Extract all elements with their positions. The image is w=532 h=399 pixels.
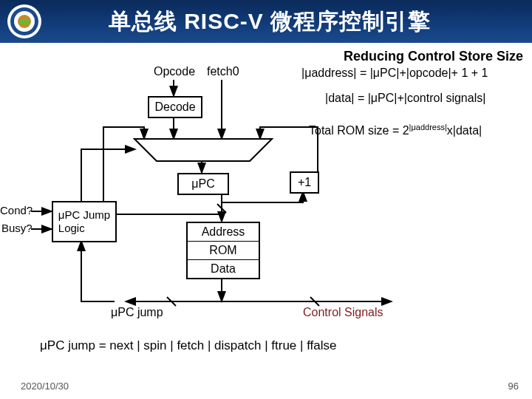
- block-plus1: +1: [290, 171, 319, 194]
- university-logo: [7, 4, 41, 38]
- svg-marker-15: [134, 139, 272, 161]
- svg-line-11: [167, 297, 176, 306]
- formula-upc-jump: μPC jump = next | spin | fetch | dispatc…: [40, 338, 337, 353]
- block-mux: [133, 137, 273, 166]
- footer-date: 2020/10/30: [21, 381, 69, 392]
- label-address: Address: [188, 223, 259, 242]
- label-decode: Decode: [154, 100, 195, 114]
- eq-romsize-b: x|data|: [447, 124, 482, 137]
- label-plus1: +1: [298, 176, 311, 189]
- svg-rect-3: [20, 19, 29, 24]
- label-control-signals: Control Signals: [303, 306, 383, 319]
- svg-line-12: [217, 204, 226, 213]
- label-data: Data: [188, 260, 259, 278]
- eq-data: |data| = |μPC|+|control signals|: [325, 92, 485, 105]
- label-jump-logic: μPC JumpLogic: [58, 208, 110, 235]
- block-jump-logic: μPC JumpLogic: [52, 201, 117, 242]
- label-fetch0: fetch0: [207, 65, 239, 78]
- eq-romsize: Total ROM size = 2|μaddress|x|data|: [309, 123, 482, 137]
- label-upc: μPC: [191, 177, 214, 191]
- label-cond: Cond?: [0, 204, 33, 216]
- eq-uaddress: |μaddress| = |μPC|+|opcode|+ 1 + 1: [301, 66, 488, 80]
- block-upc: μPC: [177, 173, 229, 195]
- block-rom: Address ROM Data: [186, 222, 260, 279]
- label-opcode: Opcode: [154, 65, 195, 78]
- diagram-stage: Opcode fetch0 Decode μPC +1 Address ROM …: [0, 43, 532, 399]
- slide-title: 单总线 RISC-V 微程序控制引擎: [41, 7, 498, 37]
- slide-header: 单总线 RISC-V 微程序控制引擎: [0, 0, 532, 43]
- footer-page: 96: [508, 381, 519, 392]
- label-upc-jump: μPC jump: [111, 306, 163, 319]
- label-busy: Busy?: [1, 222, 33, 234]
- label-rom: ROM: [188, 242, 259, 260]
- svg-line-10: [310, 297, 319, 306]
- eq-romsize-sup: |μaddress|: [409, 123, 447, 132]
- eq-romsize-a: Total ROM size = 2: [309, 124, 409, 137]
- block-decode: Decode: [148, 96, 202, 118]
